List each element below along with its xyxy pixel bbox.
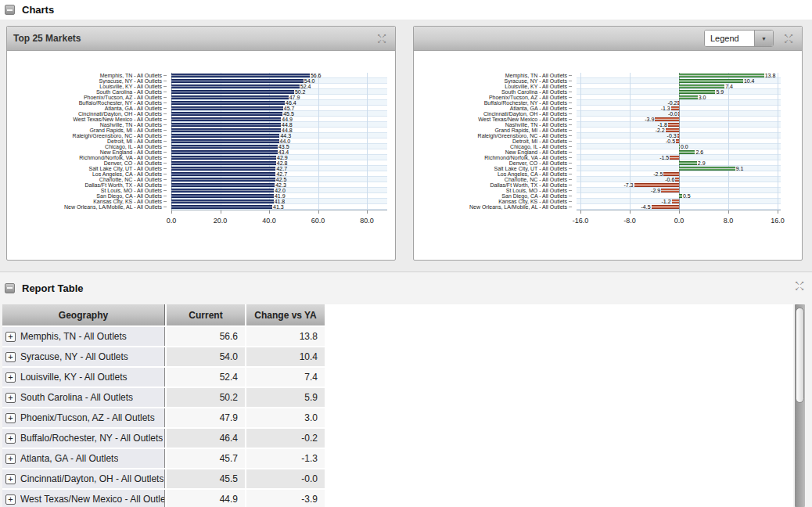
axis-tick bbox=[367, 210, 368, 214]
change-vs-ya-cell: -3.9 bbox=[246, 490, 325, 507]
table-scrollbar[interactable] bbox=[795, 304, 805, 507]
charts-section-header: Charts bbox=[0, 0, 812, 20]
legend-dropdown-button[interactable]: ▼ bbox=[754, 31, 773, 46]
category-label: Atlanta, GA - All Outlets bbox=[7, 106, 167, 111]
bar bbox=[171, 128, 281, 132]
table-row[interactable]: +Cincinnati/Dayton, OH - All Outlets45.5… bbox=[2, 469, 793, 488]
bar bbox=[652, 205, 679, 209]
maximize-panel-icon[interactable]: ↖↗ ↙↘ bbox=[781, 33, 796, 44]
category-label: Cincinnati/Dayton, OH - All Outlets bbox=[7, 111, 167, 117]
category-label: Dallas/Ft Worth, TX - All Outlets bbox=[414, 182, 572, 188]
category-label: Salt Lake City, UT - All Outlets bbox=[414, 166, 572, 171]
category-label: San Diego, CA - All Outlets bbox=[414, 193, 572, 199]
geography-cell: +Buffalo/Rochester, NY - All Outlets bbox=[2, 429, 165, 448]
expand-arrows-icon: ↙↘ bbox=[784, 38, 793, 44]
bar-value-label: 3.0 bbox=[699, 95, 706, 100]
geography-cell: +Atlanta, GA - All Outlets bbox=[2, 449, 165, 468]
axis-tick bbox=[171, 210, 172, 214]
category-label: Detroit, MI - All Outlets bbox=[7, 138, 167, 144]
category-label: Phoenix/Tucson, AZ - All Outlets bbox=[414, 95, 572, 100]
change-vs-ya-cell: -1.3 bbox=[246, 449, 325, 468]
bar-value-label: -3.9 bbox=[645, 117, 654, 122]
axis-tick-label: 60.0 bbox=[311, 217, 325, 225]
change-vs-ya-cell: 7.4 bbox=[246, 368, 325, 387]
bar bbox=[171, 161, 276, 165]
geography-label: Atlanta, GA - All Outlets bbox=[20, 453, 118, 464]
bar bbox=[171, 117, 281, 121]
category-label: Los Angeles, CA - All Outlets bbox=[414, 171, 572, 177]
expand-arrows-icon: ↖↗ bbox=[795, 280, 804, 286]
change-vs-ya-cell: 13.8 bbox=[246, 327, 325, 346]
category-label: Chicago, IL - All Outlets bbox=[7, 144, 167, 149]
maximize-panel-icon[interactable]: ↖↗ ↙↘ bbox=[375, 33, 389, 44]
column-header-geography[interactable]: Geography bbox=[2, 304, 165, 325]
bar-value-label: -1.5 bbox=[659, 155, 669, 160]
geography-cell: +Phoenix/Tucson, AZ - All Outlets bbox=[2, 408, 165, 427]
table-row[interactable]: +South Carolina - All Outlets50.25.9 bbox=[2, 388, 793, 407]
legend-dropdown[interactable]: Legend ▼ bbox=[704, 30, 774, 47]
bar bbox=[171, 178, 275, 182]
bar-value-label: 41.8 bbox=[275, 199, 286, 204]
bar-value-label: 42.3 bbox=[275, 182, 286, 188]
bar bbox=[668, 123, 679, 127]
category-label: Richmond/Norfolk, VA - All Outlets bbox=[414, 155, 572, 160]
report-table-section-header: Report Table bbox=[0, 279, 812, 297]
expand-row-button[interactable]: + bbox=[5, 332, 16, 342]
bar-value-label: 2.9 bbox=[698, 160, 706, 166]
category-label: Charlotte, NC - All Outlets bbox=[7, 177, 167, 182]
bar-value-label: -1.2 bbox=[662, 199, 671, 204]
table-row[interactable]: +Memphis, TN - All Outlets56.613.8 bbox=[2, 327, 793, 346]
table-row[interactable]: +Syracuse, NY - All Outlets54.010.4 bbox=[2, 347, 793, 366]
expand-row-button[interactable]: + bbox=[5, 433, 16, 444]
column-header-current[interactable]: Current bbox=[167, 304, 245, 325]
expand-row-button[interactable]: + bbox=[5, 413, 16, 423]
bar bbox=[171, 172, 275, 176]
bar-value-label: 44.8 bbox=[282, 122, 293, 128]
category-label: Denver, CO - All Outlets bbox=[414, 160, 572, 166]
table-row[interactable]: +West Texas/New Mexico - All Outlets44.9… bbox=[2, 490, 793, 507]
expand-arrows-icon: ↖↗ bbox=[377, 33, 386, 38]
geography-label: West Texas/New Mexico - All Outlets bbox=[20, 494, 164, 505]
table-row[interactable]: +Phoenix/Tucson, AZ - All Outlets47.93.0 bbox=[2, 408, 793, 427]
category-label: Buffalo/Rochester, NY - All Outlets bbox=[7, 100, 167, 106]
bar bbox=[634, 183, 679, 187]
expand-row-button[interactable]: + bbox=[5, 372, 16, 383]
current-value-cell: 44.9 bbox=[167, 490, 245, 507]
expand-row-button[interactable]: + bbox=[5, 494, 16, 505]
expand-row-button[interactable]: + bbox=[5, 393, 16, 403]
table-row[interactable]: +Atlanta, GA - All Outlets45.7-1.3 bbox=[2, 449, 793, 468]
category-label: Louisville, KY - All Outlets bbox=[7, 84, 167, 89]
table-row[interactable]: +Buffalo/Rochester, NY - All Outlets46.4… bbox=[2, 429, 793, 448]
category-label: Raleigh/Greensboro, NC - All Outlets bbox=[414, 133, 572, 138]
axis-tick bbox=[728, 210, 729, 214]
axis-tick-label: -16.0 bbox=[573, 217, 589, 225]
axis-tick bbox=[580, 210, 581, 214]
change-vs-ya-chart-body: Memphis, TN - All OutletsSyracuse, NY - … bbox=[414, 51, 802, 259]
chart-plot-area: -16.0-8.00.08.016.013.810.47.45.93.0-0.2… bbox=[577, 73, 781, 210]
bar bbox=[677, 101, 679, 105]
bar bbox=[171, 90, 294, 94]
bar-value-label: 56.6 bbox=[311, 73, 322, 78]
bar bbox=[171, 84, 300, 88]
bar-value-label: 42.7 bbox=[276, 171, 287, 177]
table-row[interactable]: +Louisville, KY - All Outlets52.47.4 bbox=[2, 368, 793, 387]
category-label: Kansas City, KS - All Outlets bbox=[414, 199, 572, 204]
top-markets-panel-header: Top 25 Markets ↖↗ ↙↘ bbox=[7, 27, 395, 51]
collapse-report-table-button[interactable] bbox=[5, 283, 15, 293]
maximize-report-table-icon[interactable]: ↖↗ ↙↘ bbox=[792, 280, 807, 291]
category-label: Syracuse, NY - All Outlets bbox=[414, 78, 572, 84]
expand-row-button[interactable]: + bbox=[5, 352, 16, 362]
collapse-charts-button[interactable] bbox=[5, 5, 15, 15]
gridline bbox=[778, 73, 778, 210]
bar bbox=[171, 134, 279, 138]
geography-cell: +Louisville, KY - All Outlets bbox=[2, 368, 165, 387]
bar-value-label: 52.4 bbox=[300, 84, 311, 89]
expand-row-button[interactable]: + bbox=[5, 474, 16, 484]
expand-row-button[interactable]: + bbox=[5, 454, 16, 464]
category-label: Los Angeles, CA - All Outlets bbox=[7, 171, 167, 177]
legend-dropdown-value: Legend bbox=[705, 31, 754, 46]
column-header-change-vs-ya[interactable]: Change vs YA bbox=[246, 304, 325, 325]
axis-tick-label: 0.0 bbox=[167, 217, 177, 225]
scrollbar-thumb[interactable] bbox=[796, 307, 804, 403]
change-vs-ya-cell: -0.2 bbox=[246, 429, 325, 448]
